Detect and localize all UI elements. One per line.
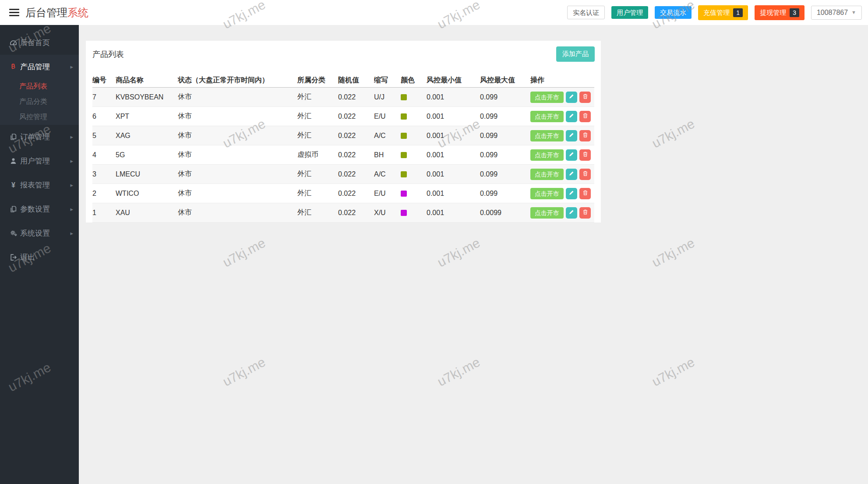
cell-status: 休市	[178, 165, 297, 184]
column-header: 状态（大盘正常开市时间内）	[178, 73, 297, 88]
cell-abbr: A/C	[374, 165, 401, 184]
cell-name: LMECU	[116, 165, 178, 184]
header-button-transaction-flow[interactable]: 交易流水	[655, 6, 692, 19]
cell-operations: 点击开市	[530, 107, 594, 126]
pencil-icon	[568, 93, 575, 101]
edit-button[interactable]	[566, 207, 577, 219]
edit-button[interactable]	[566, 111, 577, 122]
header-button-recharge-management[interactable]: 充值管理1	[698, 5, 748, 20]
hamburger-menu-icon[interactable]	[9, 7, 19, 18]
sidebar-item-product-management[interactable]: 产品管理▸	[0, 55, 79, 79]
delete-button[interactable]	[579, 207, 591, 219]
pencil-icon	[568, 113, 575, 120]
cell-operations: 点击开市	[530, 184, 594, 203]
open-market-button[interactable]: 点击开市	[530, 130, 564, 141]
cell-random: 0.022	[338, 165, 374, 184]
cell-risk_max: 0.099	[480, 145, 530, 165]
cell-operations: 点击开市	[530, 126, 594, 145]
cell-risk_max: 0.099	[480, 88, 530, 107]
edit-button[interactable]	[566, 169, 577, 180]
cell-operations: 点击开市	[530, 145, 594, 165]
open-market-button[interactable]: 点击开市	[530, 207, 564, 219]
cell-abbr: E/U	[374, 107, 401, 126]
header-button-label: 实名认证	[573, 9, 599, 16]
sidebar-item-label: 参数设置	[20, 204, 50, 214]
pencil-icon	[568, 132, 575, 139]
delete-button[interactable]	[579, 169, 591, 180]
sidebar-subitem-label: 产品列表	[19, 82, 47, 91]
cell-risk_max: 0.099	[480, 126, 530, 145]
sidebar-item-label: 系统设置	[20, 228, 50, 238]
delete-button[interactable]	[579, 92, 591, 103]
cell-name: XAU	[116, 203, 178, 223]
cell-random: 0.022	[338, 88, 374, 107]
cell-name: WTICO	[116, 184, 178, 203]
sidebar-item-parameter-settings[interactable]: 参数设置▸	[0, 197, 79, 221]
edit-button[interactable]	[566, 130, 577, 141]
delete-button[interactable]	[579, 130, 591, 141]
sidebar-item-system-settings[interactable]: 系统设置▸	[0, 221, 79, 245]
cell-id: 5	[92, 126, 116, 145]
add-product-button[interactable]: 添加产品	[556, 46, 595, 62]
sidebar-item-label: 退出	[20, 252, 35, 262]
header-button-label: 用户管理	[617, 9, 643, 16]
cell-category: 外汇	[297, 184, 338, 203]
cell-random: 0.022	[338, 145, 374, 165]
gear-icon	[9, 230, 18, 237]
params-icon	[9, 205, 18, 213]
cell-random: 0.022	[338, 203, 374, 223]
column-header: 所属分类	[297, 73, 338, 88]
header-button-withdraw-management[interactable]: 提现管理3	[755, 5, 804, 20]
cell-status: 休市	[178, 88, 297, 107]
cell-status: 休市	[178, 145, 297, 165]
cell-category: 外汇	[297, 126, 338, 145]
column-header: 随机值	[338, 73, 374, 88]
column-header: 颜色	[401, 73, 427, 88]
sidebar-item-report-management[interactable]: ¥报表管理▸	[0, 173, 79, 197]
cell-name: KVBSOYBEAN	[116, 88, 178, 107]
sidebar-subitem-risk-control[interactable]: 风控管理	[0, 110, 79, 125]
sidebar-item-logout[interactable]: 退出	[0, 245, 79, 269]
cell-id: 7	[92, 88, 116, 107]
edit-button[interactable]	[566, 188, 577, 199]
account-dropdown-button[interactable]: 10087867 ▼	[811, 6, 862, 20]
app-title-main: 后台管理	[25, 7, 67, 18]
cell-status: 休市	[178, 107, 297, 126]
open-market-button[interactable]: 点击开市	[530, 92, 564, 103]
sidebar-item-order-management[interactable]: 订单管理▸	[0, 125, 79, 149]
chevron-right-icon: ▸	[70, 230, 73, 237]
sidebar-item-dashboard[interactable]: 后台首页	[0, 31, 79, 55]
cell-risk_max: 0.099	[480, 107, 530, 126]
edit-button[interactable]	[566, 92, 577, 103]
delete-button[interactable]	[579, 188, 591, 199]
sidebar-item-label: 产品管理	[20, 62, 50, 72]
sidebar-subitem-label: 风控管理	[19, 113, 47, 122]
header-button-realname-auth[interactable]: 实名认证	[567, 6, 605, 19]
header-button-user-management[interactable]: 用户管理	[611, 6, 648, 19]
chevron-right-icon: ▸	[70, 134, 73, 140]
chevron-right-icon: ▸	[70, 158, 73, 164]
sidebar-subitem-product-list[interactable]: 产品列表	[0, 79, 79, 94]
cell-risk_min: 0.001	[427, 88, 480, 107]
cell-risk_min: 0.001	[427, 165, 480, 184]
app-title: 后台管理系统	[25, 6, 88, 20]
open-market-button[interactable]: 点击开市	[530, 149, 564, 161]
delete-button[interactable]	[579, 111, 591, 122]
pencil-icon	[568, 170, 575, 178]
color-swatch	[401, 210, 407, 216]
column-header: 编号	[92, 73, 116, 88]
account-number: 10087867	[817, 9, 848, 16]
open-market-button[interactable]: 点击开市	[530, 169, 564, 180]
edit-button[interactable]	[566, 149, 577, 161]
bitcoin-icon	[9, 63, 18, 71]
sidebar-subitem-product-category[interactable]: 产品分类	[0, 94, 79, 110]
trash-icon	[582, 190, 588, 197]
color-swatch	[401, 152, 407, 158]
cell-color	[401, 145, 427, 165]
sidebar-item-user-management[interactable]: 用户管理▸	[0, 149, 79, 173]
logout-icon	[9, 254, 18, 261]
cell-random: 0.022	[338, 126, 374, 145]
open-market-button[interactable]: 点击开市	[530, 188, 564, 199]
delete-button[interactable]	[579, 149, 591, 161]
open-market-button[interactable]: 点击开市	[530, 111, 564, 122]
